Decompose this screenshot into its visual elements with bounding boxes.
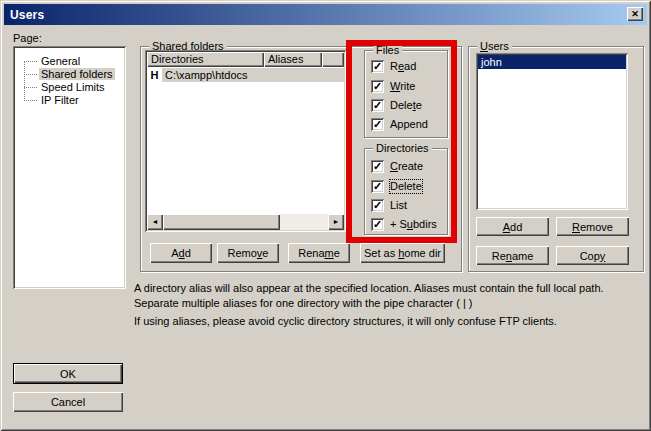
tree-item-label: Speed Limits xyxy=(39,81,107,93)
page-label: Page: xyxy=(13,32,42,44)
users-group-label: Users xyxy=(477,40,512,52)
ok-button[interactable]: OK xyxy=(13,363,123,384)
annotation-rectangle xyxy=(346,40,457,243)
list-header: Directories Aliases xyxy=(147,52,344,67)
directory-path: C:\xampp\htdocs xyxy=(162,68,344,82)
remove-user-button[interactable]: Remove xyxy=(556,217,629,236)
directories-list[interactable]: Directories Aliases H C:\xampp\htdocs ◄ … xyxy=(145,50,346,232)
tree-item-label: General xyxy=(39,55,82,67)
scroll-left-icon: ◄ xyxy=(152,218,159,225)
users-dialog: Users ✕ Page: General Shared folders Spe… xyxy=(0,0,651,431)
horizontal-scrollbar[interactable]: ◄ ► xyxy=(147,214,344,230)
tree-item-label: IP Filter xyxy=(39,94,81,106)
close-button[interactable]: ✕ xyxy=(627,7,643,21)
cancel-button[interactable]: Cancel xyxy=(13,392,123,412)
column-header-filler xyxy=(322,52,344,67)
sidebar-item-shared-folders[interactable]: Shared folders xyxy=(13,68,126,81)
window-title: Users xyxy=(4,8,44,22)
close-icon: ✕ xyxy=(631,9,639,19)
cyclic-warning-text: If using aliases, please avoid cyclic di… xyxy=(134,314,646,329)
tree-item-label: Shared folders xyxy=(39,68,115,80)
scroll-left-button[interactable]: ◄ xyxy=(147,214,163,230)
sidebar-item-speed-limits[interactable]: Speed Limits xyxy=(13,81,126,94)
sidebar-item-ip-filter[interactable]: IP Filter xyxy=(13,94,126,107)
rename-user-button[interactable]: Rename xyxy=(476,246,549,265)
scroll-right-icon: ► xyxy=(333,218,340,225)
rename-folder-button[interactable]: Rename xyxy=(288,243,350,263)
scroll-right-button[interactable]: ► xyxy=(328,214,344,230)
copy-user-button[interactable]: Copy xyxy=(556,246,629,265)
alias-info-text: A directory alias will also appear at th… xyxy=(134,281,646,311)
add-user-button[interactable]: Add xyxy=(476,217,549,236)
users-list[interactable]: john xyxy=(476,53,628,210)
title-bar[interactable]: Users ✕ xyxy=(4,4,647,25)
column-header-aliases[interactable]: Aliases xyxy=(264,52,322,67)
add-folder-button[interactable]: Add xyxy=(150,243,212,263)
scrollbar-thumb[interactable] xyxy=(163,214,280,230)
table-row[interactable]: H C:\xampp\htdocs xyxy=(147,67,344,82)
sidebar-item-general[interactable]: General xyxy=(13,55,126,68)
set-as-home-dir-button[interactable]: Set as home dir xyxy=(360,243,445,263)
list-item-user[interactable]: john xyxy=(478,55,626,69)
column-header-directories[interactable]: Directories xyxy=(147,52,264,67)
home-flag: H xyxy=(147,69,162,81)
remove-folder-button[interactable]: Remove xyxy=(217,243,279,263)
page-tree[interactable]: General Shared folders Speed Limits IP F… xyxy=(13,46,126,289)
